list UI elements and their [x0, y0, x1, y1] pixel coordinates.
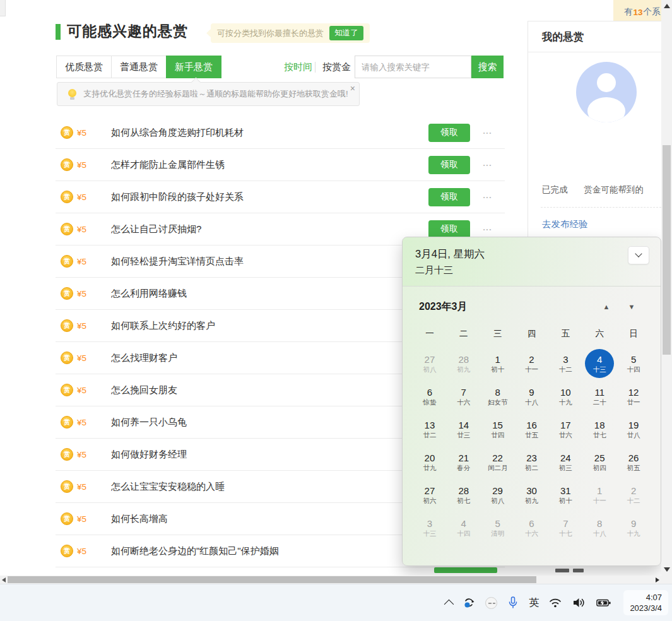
- battery-charging-icon[interactable]: [596, 596, 612, 610]
- bounty-title-link[interactable]: 如何从综合角度选购打印机耗材: [111, 127, 428, 139]
- claim-button[interactable]: 领取: [428, 220, 470, 239]
- calendar-day[interactable]: 17 廿六: [548, 413, 582, 446]
- calendar-day[interactable]: 7 十六: [447, 380, 481, 413]
- close-icon[interactable]: ×: [350, 83, 355, 93]
- bounty-title-link[interactable]: 如何长高增高: [111, 513, 428, 525]
- sync-tray-icon[interactable]: [461, 595, 476, 610]
- calendar-day[interactable]: 27 初六: [413, 478, 447, 511]
- claim-button[interactable]: 领取: [428, 124, 470, 142]
- scroll-up-arrow-icon[interactable]: [664, 4, 670, 8]
- more-options-button[interactable]: •••: [480, 130, 496, 136]
- calendar-day[interactable]: 6 十六: [515, 511, 549, 544]
- calendar-day[interactable]: 7 十七: [548, 511, 582, 544]
- search-button[interactable]: 搜索: [471, 56, 504, 78]
- hidden-icons-chevron-icon[interactable]: [444, 600, 454, 610]
- bounty-title-link[interactable]: 如何跟初中阶段的孩子处好关系: [111, 191, 428, 203]
- calendar-day[interactable]: 9 十九: [616, 511, 651, 544]
- calendar-day[interactable]: 4 十三: [582, 347, 616, 380]
- calendar-day[interactable]: 4 十四: [447, 511, 481, 544]
- bounty-amount: ¥5: [77, 418, 98, 427]
- calendar-day[interactable]: 26 初五: [616, 446, 651, 478]
- calendar-month-label[interactable]: 2023年3月: [419, 300, 594, 314]
- horizontal-scrollbar-thumb[interactable]: [8, 576, 536, 583]
- scroll-down-arrow-icon[interactable]: [664, 567, 670, 572]
- scroll-left-arrow-icon[interactable]: [2, 577, 6, 583]
- publish-experience-link[interactable]: 去发布经验: [542, 218, 588, 230]
- search-input[interactable]: [355, 56, 471, 78]
- calendar-day[interactable]: 22 闰二月: [481, 446, 515, 478]
- bounty-title-link[interactable]: 怎么挽回女朋友: [111, 384, 428, 396]
- speaker-icon[interactable]: [572, 596, 587, 610]
- claim-button[interactable]: 领取: [428, 188, 470, 206]
- calendar-day[interactable]: 8 妇女节: [481, 380, 515, 413]
- calendar-day[interactable]: 18 廿七: [582, 413, 616, 446]
- calendar-day[interactable]: 6 惊蛰: [413, 380, 447, 413]
- claim-button[interactable]: 领取: [428, 156, 470, 174]
- calendar-day[interactable]: 12 廿一: [616, 380, 651, 413]
- bounty-tab[interactable]: 优质悬赏: [56, 56, 112, 78]
- vertical-scrollbar-thumb[interactable]: [663, 145, 671, 355]
- calendar-day[interactable]: 28 初九: [447, 347, 481, 380]
- bounty-title-link[interactable]: 怎样才能防止金属部件生锈: [111, 159, 428, 171]
- bounty-title-link[interactable]: 如何联系上次约好的客户: [111, 320, 428, 332]
- calendar-day[interactable]: 20 廿九: [413, 446, 447, 478]
- weekday-label: 二: [447, 328, 481, 345]
- calendar-day[interactable]: 8 十八: [582, 511, 616, 544]
- calendar-day[interactable]: 19 廿八: [616, 413, 651, 446]
- calendar-day[interactable]: 3 十二: [548, 347, 582, 380]
- avatar[interactable]: [576, 62, 637, 122]
- more-options-button[interactable]: •••: [480, 227, 496, 232]
- sort-by-time[interactable]: 按时间: [284, 61, 312, 73]
- calendar-day[interactable]: 1 十一: [582, 478, 616, 511]
- calendar-day[interactable]: 23 初二: [515, 446, 549, 478]
- horizontal-scrollbar[interactable]: [0, 576, 661, 584]
- calendar-day[interactable]: 11 二十: [582, 380, 616, 413]
- ime-indicator[interactable]: 英: [529, 596, 539, 610]
- sort-by-reward[interactable]: 按赏金: [322, 61, 351, 73]
- more-options-button[interactable]: •••: [480, 162, 496, 168]
- calendar-day[interactable]: 29 初八: [481, 478, 515, 511]
- calendar-day[interactable]: 16 廿五: [515, 413, 549, 446]
- coin-icon: 赏: [61, 448, 73, 461]
- calendar-day[interactable]: 15 廿四: [481, 413, 515, 446]
- bounty-title-link[interactable]: 怎么让自己讨厌抽烟?: [111, 223, 428, 235]
- calendar-day[interactable]: 27 初八: [413, 347, 447, 380]
- calendar-day[interactable]: 21 春分: [447, 446, 481, 478]
- calendar-collapse-button[interactable]: [628, 246, 649, 264]
- calendar-day[interactable]: 14 廿三: [447, 413, 481, 446]
- bounty-title-link[interactable]: 如何轻松提升淘宝详情页点击率: [111, 256, 428, 268]
- wifi-icon[interactable]: [548, 596, 563, 610]
- calendar-day[interactable]: 24 初三: [548, 446, 582, 478]
- calendar-day[interactable]: 28 初七: [447, 478, 481, 511]
- calendar-day[interactable]: 13 廿二: [413, 413, 447, 446]
- calendar-day[interactable]: 5 十四: [616, 347, 651, 380]
- calendar-day[interactable]: 10 十九: [548, 380, 582, 413]
- bounty-title-link[interactable]: 怎么利用网络赚钱: [111, 288, 428, 300]
- day-number: 26: [628, 452, 639, 463]
- bounty-tab[interactable]: 普通悬赏: [111, 56, 167, 78]
- calendar-day[interactable]: 2 十二: [616, 478, 651, 511]
- calendar-day[interactable]: 1 初十: [481, 347, 515, 380]
- bounty-tab[interactable]: 新手悬赏: [166, 56, 221, 78]
- got-it-button[interactable]: 知道了: [329, 26, 363, 40]
- calendar-next-month-button[interactable]: ▼: [619, 303, 644, 310]
- tray-app-icon[interactable]: [485, 597, 497, 609]
- bounty-title-link[interactable]: 怎么找理财客户: [111, 352, 428, 364]
- calendar-day[interactable]: 25 初四: [582, 446, 616, 478]
- microphone-icon[interactable]: [506, 595, 520, 610]
- calendar-day[interactable]: 2 十一: [515, 347, 549, 380]
- calendar-prev-month-button[interactable]: ▲: [594, 303, 619, 310]
- bounty-title-link[interactable]: 如何养一只小乌龟: [111, 417, 428, 429]
- clock[interactable]: 4:07 2023/3/4: [623, 590, 668, 615]
- bounty-title-link[interactable]: 如何断绝老公身边的"红颜知己"保护婚姻: [111, 545, 428, 557]
- more-options-button[interactable]: •••: [480, 194, 496, 200]
- scroll-right-arrow-icon[interactable]: [656, 577, 659, 583]
- bounty-title-link[interactable]: 如何做好财务经理: [111, 449, 428, 461]
- calendar-day[interactable]: 31 初十: [548, 478, 582, 511]
- bounty-title-link[interactable]: 怎么让宝宝安安稳稳的入睡: [111, 481, 428, 493]
- calendar-day[interactable]: 3 十三: [413, 511, 447, 544]
- calendar-day[interactable]: 30 初九: [515, 478, 549, 511]
- calendar-day[interactable]: 9 十八: [515, 380, 549, 413]
- vertical-scrollbar[interactable]: [661, 0, 672, 576]
- calendar-day[interactable]: 5 清明: [481, 511, 515, 544]
